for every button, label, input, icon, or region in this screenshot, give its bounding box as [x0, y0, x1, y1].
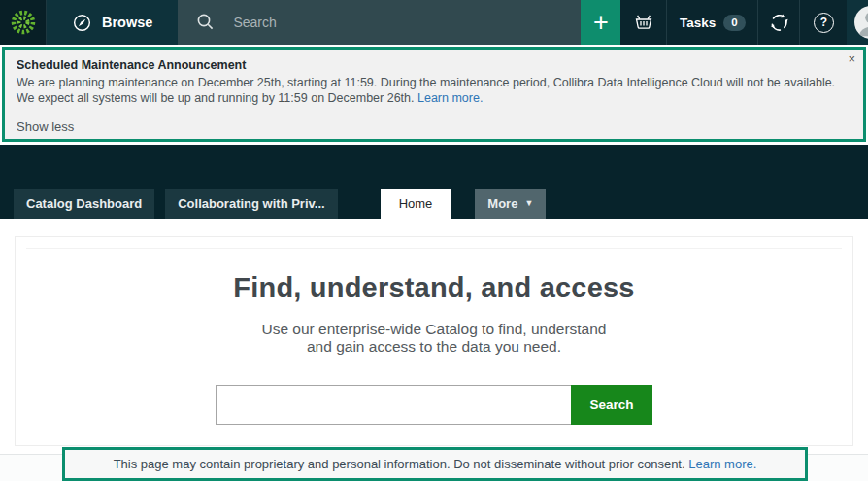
tasks-count-badge: 0 [723, 15, 745, 31]
collibra-logo-icon [10, 9, 37, 36]
app-logo[interactable] [0, 0, 47, 45]
announcement-title: Scheduled Maintenance Announcement [17, 58, 851, 72]
question-mark-icon: ? [814, 13, 834, 33]
user-menu-button[interactable] [847, 0, 868, 45]
global-search-input[interactable] [231, 14, 563, 31]
plus-icon: + [593, 8, 609, 38]
top-navigation-bar: Browse + [0, 0, 868, 45]
tab-collaborating-with-priv[interactable]: Collaborating with Priv... [165, 189, 337, 219]
tasks-button[interactable]: Tasks 0 [666, 0, 757, 45]
help-button[interactable]: ? [799, 0, 847, 45]
activities-button[interactable] [757, 0, 799, 45]
tasks-label: Tasks [680, 16, 716, 30]
collibra-app: Browse + [0, 0, 868, 481]
disclaimer-learn-more-link[interactable]: Learn more. [688, 457, 756, 471]
maintenance-announcement-banner: × Scheduled Maintenance Announcement We … [2, 47, 866, 142]
compass-icon [72, 13, 92, 33]
tab-more-dropdown[interactable]: More ▼ [475, 189, 546, 219]
tab-catalog-dashboard[interactable]: Catalog Dashboard [14, 189, 154, 219]
avatar [854, 6, 868, 39]
chevron-down-icon: ▼ [524, 199, 533, 208]
catalog-search-widget: Find, understand, and access Use our ent… [15, 236, 853, 446]
show-less-link[interactable]: Show less [17, 120, 851, 134]
home-dashboard-content: Find, understand, and access Use our ent… [0, 219, 868, 454]
browse-button[interactable]: Browse [47, 0, 178, 45]
create-button[interactable]: + [581, 0, 620, 45]
subtext-line-2: and gain access to the data you need. [16, 338, 852, 356]
circular-arrows-icon [768, 12, 790, 34]
shopping-basket-icon [632, 11, 655, 34]
page-title: Find, understand, and access [16, 272, 852, 304]
page-subtext: Use our enterprise-wide Catalog to find,… [16, 321, 852, 356]
catalog-search-button[interactable]: Search [571, 385, 652, 425]
widget-divider [26, 248, 842, 249]
search-icon [195, 12, 217, 33]
data-basket-button[interactable] [620, 0, 666, 45]
subtext-line-1: Use our enterprise-wide Catalog to find,… [16, 321, 852, 338]
close-icon[interactable]: × [848, 52, 855, 66]
dashboard-header-strip: Catalog Dashboard Collaborating with Pri… [0, 145, 868, 219]
catalog-search-row: Search [16, 385, 852, 425]
tab-home[interactable]: Home [381, 189, 451, 219]
global-search-bar[interactable] [178, 0, 581, 45]
browse-label: Browse [102, 15, 152, 30]
disclaimer-text: This page may contain proprietary and pe… [114, 457, 685, 471]
dashboard-tabs: Catalog Dashboard Collaborating with Pri… [14, 189, 546, 219]
announcement-body: We are planning maintenance on December … [17, 75, 851, 106]
disclaimer-banner: This page may contain proprietary and pe… [62, 447, 808, 481]
catalog-search-input[interactable] [216, 385, 571, 425]
more-label: More [487, 189, 517, 219]
announcement-learn-more-link[interactable]: Learn more. [417, 91, 483, 105]
